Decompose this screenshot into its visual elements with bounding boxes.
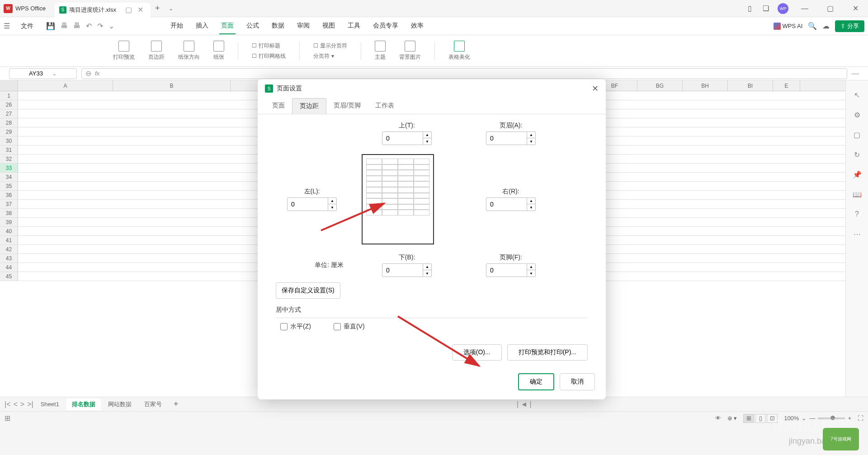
- row-header[interactable]: 27: [0, 109, 18, 118]
- margin-top-spinner[interactable]: ▲▼: [382, 131, 432, 145]
- margin-footer-input[interactable]: [486, 263, 527, 277]
- hscroll-indicator[interactable]: | ◄ |: [517, 400, 532, 408]
- margin-right-input[interactable]: [486, 197, 527, 211]
- row-header[interactable]: 43: [0, 254, 18, 263]
- print2-icon[interactable]: 🖶: [73, 22, 80, 30]
- formula-input[interactable]: ⊖ fx: [81, 68, 847, 79]
- sheet-nav-prev-icon[interactable]: <: [14, 400, 18, 408]
- dialog-close-button[interactable]: ✕: [592, 84, 599, 94]
- ribbon-orientation[interactable]: 纸张方向: [178, 41, 200, 61]
- spin-up-icon[interactable]: ▲: [423, 264, 431, 270]
- row-header[interactable]: 37: [0, 200, 18, 209]
- book-icon[interactable]: 📖: [852, 189, 863, 200]
- tab-data[interactable]: 数据: [270, 18, 286, 34]
- phone-icon[interactable]: ▯: [745, 4, 754, 13]
- sheet-tab-baijiahao[interactable]: 百家号: [139, 399, 167, 410]
- col-header[interactable]: E: [773, 80, 800, 91]
- dialog-tab-header-footer[interactable]: 页眉/页脚: [326, 98, 368, 114]
- row-header[interactable]: 38: [0, 209, 18, 218]
- wps-ai-button[interactable]: WPS AI: [774, 23, 803, 30]
- dialog-tab-worksheet[interactable]: 工作表: [368, 98, 401, 114]
- collapse-icon[interactable]: —: [852, 70, 859, 78]
- tab-review[interactable]: 审阅: [295, 18, 311, 34]
- row-header[interactable]: 31: [0, 145, 18, 155]
- margin-left-spinner[interactable]: ▲▼: [287, 197, 337, 211]
- maximize-button[interactable]: ▢: [821, 2, 839, 15]
- ribbon-size[interactable]: 纸张: [213, 41, 224, 61]
- ok-button[interactable]: 确定: [518, 373, 554, 390]
- spin-up-icon[interactable]: ▲: [527, 264, 535, 270]
- margin-header-spinner[interactable]: ▲▼: [486, 131, 536, 145]
- tab-insert[interactable]: 插入: [194, 18, 210, 34]
- spin-up-icon[interactable]: ▲: [328, 198, 336, 204]
- spin-down-icon[interactable]: ▼: [527, 270, 535, 277]
- row-header[interactable]: 1: [0, 91, 18, 100]
- spin-down-icon[interactable]: ▼: [423, 138, 431, 145]
- view-layout-button[interactable]: ▯: [755, 414, 766, 423]
- minimize-button[interactable]: —: [796, 2, 814, 15]
- row-header[interactable]: 28: [0, 118, 18, 127]
- spin-down-icon[interactable]: ▼: [527, 204, 535, 211]
- cancel-button[interactable]: 取消: [560, 373, 595, 390]
- tab-vip[interactable]: 会员专享: [371, 18, 400, 34]
- row-header[interactable]: 34: [0, 173, 18, 182]
- tab-close-icon[interactable]: ✕: [135, 5, 146, 14]
- ribbon-theme[interactable]: 主题: [375, 41, 386, 61]
- pin-icon[interactable]: 📌: [852, 169, 863, 180]
- redo-icon[interactable]: ↷: [97, 22, 103, 30]
- center-vertical-check[interactable]: 垂直(V): [334, 323, 365, 331]
- zoom-in-button[interactable]: +: [848, 415, 851, 422]
- print-icon[interactable]: 🖶: [61, 22, 68, 30]
- save-custom-button[interactable]: 保存自定义设置(S): [276, 282, 340, 299]
- ribbon-show-breaks[interactable]: ☐ 显示分页符: [313, 42, 347, 50]
- margin-bottom-input[interactable]: [382, 263, 423, 277]
- search-icon[interactable]: 🔍: [808, 22, 817, 30]
- zoom-slider[interactable]: [818, 417, 845, 419]
- cell-reference-input[interactable]: AY33 ⌄: [9, 68, 77, 79]
- center-horizontal-check[interactable]: 水平(Z): [280, 323, 311, 331]
- dialog-tab-page[interactable]: 页面: [265, 98, 292, 114]
- fullscreen-icon[interactable]: ⛶: [858, 415, 863, 422]
- ribbon-background[interactable]: 背景图片: [399, 41, 421, 61]
- row-header[interactable]: 42: [0, 245, 18, 254]
- col-header[interactable]: BG: [637, 80, 683, 91]
- hamburger-icon[interactable]: ☰: [4, 22, 13, 30]
- help-icon[interactable]: ?: [852, 209, 863, 220]
- cursor-icon[interactable]: ↖: [852, 89, 863, 100]
- tab-efficiency[interactable]: 效率: [409, 18, 425, 34]
- spin-up-icon[interactable]: ▲: [423, 132, 431, 138]
- spin-down-icon[interactable]: ▼: [527, 138, 535, 145]
- row-header[interactable]: 41: [0, 236, 18, 245]
- tab-start[interactable]: 开始: [169, 18, 185, 34]
- ribbon-print-gridlines[interactable]: ☐ 打印网格线: [252, 52, 286, 60]
- more-dots-icon[interactable]: ⋯: [852, 229, 863, 239]
- margin-header-input[interactable]: [486, 131, 527, 145]
- row-header[interactable]: 45: [0, 272, 18, 281]
- settings-icon[interactable]: ⚙: [852, 109, 863, 120]
- spin-down-icon[interactable]: ▼: [423, 270, 431, 277]
- more-icon[interactable]: ⌄: [108, 22, 114, 30]
- row-header[interactable]: 29: [0, 127, 18, 136]
- tab-dropdown-icon[interactable]: ⌄: [164, 5, 178, 12]
- print-preview-button[interactable]: 打印预览和打印(P)...: [507, 344, 588, 361]
- document-tab[interactable]: S 项目进度统计.xlsx ▢ ✕: [55, 3, 151, 17]
- col-header[interactable]: BH: [683, 80, 728, 91]
- add-sheet-button[interactable]: +: [169, 399, 183, 409]
- margin-right-spinner[interactable]: ▲▼: [486, 197, 536, 211]
- frame-icon[interactable]: ▢: [852, 129, 863, 140]
- zoom-out-icon[interactable]: ⊖: [85, 69, 91, 78]
- tab-formula[interactable]: 公式: [245, 18, 261, 34]
- col-header[interactable]: B: [113, 80, 231, 91]
- sheet-nav-last-icon[interactable]: >|: [27, 400, 33, 408]
- grid-icon[interactable]: ⊕ ▾: [727, 415, 737, 422]
- refresh-icon[interactable]: ↻: [852, 149, 863, 160]
- margin-footer-spinner[interactable]: ▲▼: [486, 263, 536, 277]
- eye-icon[interactable]: 👁: [715, 415, 721, 422]
- row-header[interactable]: 32: [0, 155, 18, 164]
- ribbon-breaks[interactable]: 分页符 ▾: [313, 52, 347, 60]
- ribbon-print-titles[interactable]: ☐ 打印标题: [252, 42, 286, 50]
- ribbon-beautify[interactable]: 表格美化: [448, 41, 470, 61]
- zoom-out-button[interactable]: —: [809, 415, 815, 422]
- col-header[interactable]: A: [18, 80, 113, 91]
- sheet-nav-first-icon[interactable]: |<: [5, 400, 11, 408]
